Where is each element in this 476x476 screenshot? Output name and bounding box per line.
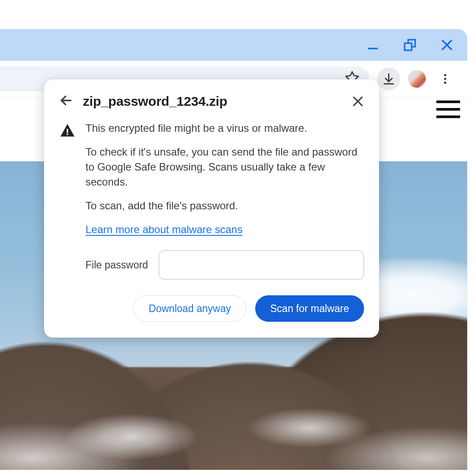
scan-for-malware-button[interactable]: Scan for malware [255, 295, 364, 322]
close-icon[interactable] [352, 95, 364, 108]
warning-instruction: To scan, add the file's password. [86, 198, 364, 213]
svg-rect-15 [67, 134, 68, 135]
profile-avatar[interactable] [408, 70, 426, 88]
warning-headline: This encrypted file might be a virus or … [86, 121, 364, 136]
file-password-input[interactable] [159, 250, 364, 279]
svg-rect-14 [67, 129, 68, 133]
warning-explanation: To check if it's unsafe, you can send th… [86, 145, 364, 190]
window-minimize-button[interactable] [366, 38, 380, 52]
browser-menu-icon[interactable] [434, 67, 457, 90]
svg-rect-0 [368, 48, 378, 49]
page-hamburger-menu-icon[interactable] [436, 100, 460, 118]
window-titlebar [0, 29, 467, 61]
download-filename: zip_password_1234.zip [83, 94, 342, 109]
file-password-label: File password [86, 259, 148, 271]
window-maximize-button[interactable] [403, 38, 417, 52]
svg-point-9 [444, 78, 446, 80]
svg-point-8 [444, 74, 446, 76]
svg-point-10 [444, 82, 446, 84]
downloads-icon[interactable] [377, 67, 400, 90]
warning-triangle-icon [59, 123, 76, 141]
svg-rect-2 [405, 43, 412, 50]
learn-more-link[interactable]: Learn more about malware scans [86, 222, 242, 237]
download-warning-popover: zip_password_1234.zip This encrypted fil… [44, 79, 379, 338]
download-anyway-button[interactable]: Download anyway [133, 295, 246, 322]
back-arrow-icon[interactable] [59, 93, 73, 109]
window-close-button[interactable] [440, 38, 454, 52]
